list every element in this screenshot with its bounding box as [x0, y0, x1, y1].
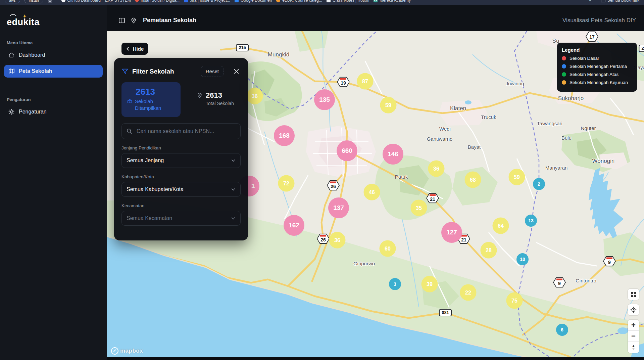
school-cluster-marker[interactable]: 36: [329, 232, 346, 249]
school-cluster-marker[interactable]: 28: [481, 242, 497, 259]
map-icon: [8, 68, 15, 75]
school-cluster-marker[interactable]: 135: [314, 89, 335, 110]
bookmark-item[interactable]: Google Dokumen: [235, 0, 272, 3]
school-cluster-marker[interactable]: 72: [278, 175, 295, 192]
mapbox-attribution[interactable]: mapbox: [111, 347, 143, 355]
total-schools-stat: 2613 Total Sekolah: [197, 91, 234, 106]
school-cluster-marker[interactable]: 137: [328, 197, 349, 218]
bookmark-pill[interactable]: Instan: [24, 0, 43, 3]
legend-title: Legend: [562, 47, 632, 53]
zoom-in-button[interactable]: +: [628, 320, 639, 331]
road-shield: 9: [603, 256, 616, 267]
school-cluster-marker[interactable]: 3: [389, 278, 401, 290]
map-place-label: Bulu: [561, 135, 572, 141]
road-shield: 17: [586, 32, 598, 42]
school-cluster-marker[interactable]: 162: [284, 215, 304, 236]
apps-grid-icon[interactable]: [48, 0, 52, 3]
chevron-down-icon: [231, 187, 236, 192]
sidebar-item-label: Pengaturan: [19, 109, 47, 115]
school-cluster-marker[interactable]: 10: [516, 253, 529, 265]
bookmarks-overflow-button[interactable]: »: [589, 0, 591, 3]
compass-button[interactable]: ▲▼: [628, 342, 639, 353]
bookmark-item[interactable]: eLOK: Course categ...: [276, 0, 322, 3]
school-search-input[interactable]: [121, 123, 241, 139]
map-place-label: Sukoharjo: [558, 95, 584, 102]
bookmark-favicon: [374, 0, 378, 2]
bookmark-item[interactable]: Mereka Academy: [374, 0, 411, 3]
kabupaten-select[interactable]: Semua Kabupaten/Kota: [121, 182, 241, 197]
school-cluster-marker[interactable]: 127: [441, 222, 462, 243]
app-root: awsInstanGitHub DashboardERP SYSTEMInsan…: [0, 0, 644, 360]
bookmark-pill[interactable]: aws: [5, 0, 20, 3]
bookmark-favicon: [327, 0, 331, 2]
school-cluster-marker[interactable]: 75: [506, 292, 523, 309]
school-cluster-marker[interactable]: 2: [533, 178, 545, 190]
legend-item: Sekolah Menengah Kejuruan: [562, 80, 632, 85]
school-cluster-marker[interactable]: 146: [383, 144, 403, 165]
fullscreen-icon: [631, 291, 637, 298]
school-cluster-marker[interactable]: 59: [380, 97, 397, 114]
school-cluster-marker[interactable]: 168: [274, 125, 295, 146]
map-place-label: Klaten: [450, 105, 466, 112]
road-shield: 26: [317, 234, 330, 244]
jenjang-select[interactable]: Semua Jenjang: [121, 153, 241, 168]
geolocate-control[interactable]: [628, 304, 639, 315]
legend-dot: [562, 64, 566, 69]
school-cluster-marker[interactable]: 6: [556, 324, 568, 336]
zoom-controls: + − ▲▼: [628, 320, 639, 353]
bookmark-favicon: [61, 0, 65, 2]
top-header: Pemetaan Sekolah Visualisasi Peta Sekola…: [107, 5, 644, 31]
school-cluster-marker[interactable]: 35: [411, 200, 427, 216]
hide-panel-button[interactable]: Hide: [121, 43, 148, 55]
logo-sparkle-icon: ✦: [23, 14, 27, 19]
close-icon: [234, 69, 239, 74]
all-bookmarks-button[interactable]: Semua Bookmark: [601, 0, 639, 3]
sidebar-toggle-icon[interactable]: [118, 17, 126, 24]
school-cluster-marker[interactable]: 22: [460, 284, 477, 301]
kecamatan-select[interactable]: Semua Kecamatan: [121, 211, 241, 226]
sidebar-item-dashboard[interactable]: Dashboard: [4, 49, 103, 61]
bookmark-item[interactable]: Jira | Issue & Project...: [184, 0, 230, 3]
school-cluster-marker[interactable]: 36: [247, 88, 263, 104]
bookmark-item[interactable]: GitHub Dashboard: [61, 0, 101, 3]
reset-button[interactable]: Reset: [201, 66, 224, 77]
map-place-label: Tawangsari: [537, 121, 562, 126]
school-cluster-marker[interactable]: 68: [465, 172, 481, 188]
legend-label: Sekolah Dasar: [569, 56, 599, 61]
map-place-label: Gantiwarno: [427, 136, 453, 142]
map-place-label: Giritontro: [576, 278, 596, 283]
sidebar-item-peta-sekolah[interactable]: Peta Sekolah: [4, 65, 103, 78]
school-cluster-marker[interactable]: 60: [380, 240, 396, 257]
school-cluster-marker[interactable]: 64: [493, 218, 509, 234]
search-icon: [127, 128, 132, 134]
school-cluster-marker[interactable]: 36: [428, 161, 445, 177]
school-cluster-marker[interactable]: 59: [509, 169, 525, 185]
school-cluster-marker[interactable]: 39: [422, 276, 438, 292]
fullscreen-control[interactable]: [628, 289, 639, 300]
school-cluster-marker[interactable]: 87: [357, 73, 374, 90]
school-cluster-marker[interactable]: 46: [364, 184, 380, 200]
zoom-out-button[interactable]: −: [628, 331, 639, 342]
kabupaten-value: Semua Kabupaten/Kota: [127, 186, 231, 192]
shown-schools-card: 2613 Sekolah Ditampilkan: [121, 82, 181, 117]
map-place-label: Nguter: [581, 125, 596, 131]
kecamatan-label: Kecamatan: [121, 203, 241, 208]
bookmark-item[interactable]: Class Notes | Notion: [327, 0, 369, 3]
location-pin-icon: [130, 17, 137, 24]
bookmark-item[interactable]: ERP SYSTEM: [105, 0, 131, 3]
road-shield: 19: [337, 77, 350, 87]
chevron-left-icon: [126, 47, 130, 51]
bookmark-item[interactable]: Insan Solusi / Digita...: [135, 0, 180, 3]
sidebar-item-label: Peta Sekolah: [19, 68, 52, 74]
pin-outline-icon: [197, 92, 203, 98]
school-cluster-marker[interactable]: 13: [525, 215, 537, 227]
map-canvas[interactable]: MungkidKlatenTrucukWediGantiwarnoBayatJu…: [107, 31, 644, 360]
mapbox-wordmark: mapbox: [120, 348, 143, 354]
sidebar-item-pengaturan[interactable]: Pengaturan: [4, 105, 103, 118]
close-panel-button[interactable]: [234, 69, 239, 74]
map-place-label: Juwiring: [505, 81, 524, 86]
map-place-label: Patuk: [395, 174, 408, 180]
bottom-strip: [107, 357, 644, 360]
home-icon: [8, 52, 15, 58]
school-cluster-marker[interactable]: 660: [337, 140, 357, 161]
